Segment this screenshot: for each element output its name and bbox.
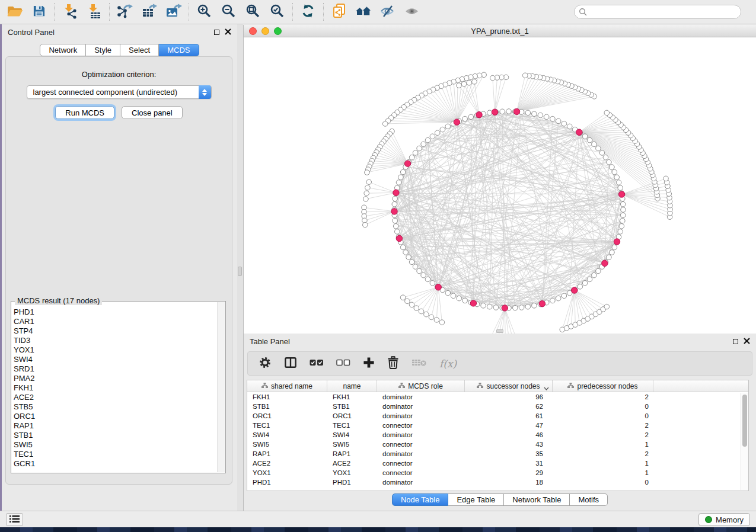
network-node[interactable]	[365, 170, 370, 175]
network-node[interactable]	[363, 197, 369, 202]
search-input[interactable]	[574, 5, 741, 19]
table-cell[interactable]: 0	[553, 403, 653, 410]
tab-style[interactable]: Style	[86, 44, 120, 56]
table-cell[interactable]: ORC1	[327, 412, 377, 419]
network-node[interactable]	[363, 222, 368, 227]
network-node[interactable]	[487, 110, 492, 116]
network-window-titlebar[interactable]: YPA_prune.txt_1	[244, 25, 756, 37]
network-node[interactable]	[414, 306, 419, 311]
network-node[interactable]	[430, 134, 435, 139]
export-image-button[interactable]	[161, 2, 186, 22]
table-cell[interactable]: 43	[465, 441, 553, 448]
task-history-button[interactable]	[6, 513, 23, 526]
table-cell[interactable]: dominator	[377, 403, 465, 410]
table-cell[interactable]: dominator	[377, 450, 465, 457]
table-cell[interactable]: SWI4	[247, 431, 327, 438]
mcds-dominator-node[interactable]	[470, 300, 476, 306]
table-cell[interactable]: 0	[553, 479, 653, 486]
splitter-grip[interactable]	[238, 267, 242, 276]
tab-network[interactable]: Network	[40, 44, 86, 56]
table-cell[interactable]: YOX1	[247, 469, 327, 476]
network-node[interactable]	[582, 134, 588, 139]
table-cell[interactable]: 2	[553, 431, 653, 438]
table-cell[interactable]: 1	[553, 469, 653, 476]
network-node[interactable]	[393, 224, 398, 229]
table-cell[interactable]: TEC1	[327, 422, 377, 429]
network-node[interactable]	[445, 290, 451, 296]
deselect-all-button[interactable]	[336, 359, 350, 368]
network-node[interactable]	[556, 296, 561, 301]
network-node[interactable]	[392, 201, 397, 207]
network-node[interactable]	[400, 245, 406, 250]
mcds-dominator-node[interactable]	[576, 129, 582, 135]
table-cell[interactable]: connector	[377, 422, 465, 429]
mcds-dominator-node[interactable]	[614, 239, 620, 245]
mcds-result-item[interactable]: TID3	[14, 336, 217, 345]
network-node[interactable]	[620, 201, 626, 207]
table-cell[interactable]: dominator	[377, 393, 465, 400]
network-node[interactable]	[424, 312, 429, 317]
network-node[interactable]	[562, 293, 567, 299]
delete-column-button[interactable]	[387, 356, 399, 371]
network-node[interactable]	[451, 293, 456, 299]
table-row[interactable]: SWI5SWI5connector431	[247, 440, 748, 449]
table-row[interactable]: ACE2ACE2connector311	[247, 459, 748, 468]
network-node[interactable]	[396, 180, 401, 185]
mcds-dominator-node[interactable]	[539, 301, 545, 307]
float-table-panel-icon[interactable]	[733, 339, 738, 344]
network-node[interactable]	[522, 73, 528, 78]
mcds-result-item[interactable]: STP4	[14, 326, 217, 336]
mcds-result-item[interactable]: YOX1	[14, 345, 217, 355]
network-node[interactable]	[616, 180, 621, 185]
network-node[interactable]	[592, 273, 597, 278]
network-node[interactable]	[417, 146, 422, 151]
memory-button[interactable]: Memory	[698, 513, 750, 526]
network-node[interactable]	[618, 229, 623, 235]
network-node[interactable]	[612, 245, 617, 250]
horizontal-splitter-grip[interactable]	[496, 329, 503, 333]
network-node[interactable]	[457, 83, 462, 88]
mcds-dominator-node[interactable]	[602, 260, 608, 266]
column-header[interactable]: shared name	[247, 380, 327, 392]
network-node[interactable]	[500, 109, 505, 114]
table-cell[interactable]: 2	[553, 393, 653, 400]
zoom-in-button[interactable]	[192, 2, 216, 22]
refresh-button[interactable]	[296, 2, 320, 22]
first-neighbors-button[interactable]	[351, 2, 375, 22]
zoom-out-button[interactable]	[216, 2, 241, 22]
table-scrollbar-thumb[interactable]	[742, 395, 747, 447]
table-cell[interactable]: 18	[465, 479, 553, 486]
table-settings-button[interactable]	[259, 356, 272, 371]
table-cell[interactable]: PHD1	[247, 479, 327, 486]
network-node[interactable]	[587, 277, 592, 282]
table-cell[interactable]: connector	[377, 469, 465, 476]
network-node[interactable]	[409, 259, 414, 265]
tab-network-table[interactable]: Network Table	[504, 493, 570, 506]
network-node[interactable]	[439, 320, 445, 325]
table-cell[interactable]: ORC1	[247, 412, 327, 419]
network-node[interactable]	[400, 295, 406, 300]
mcds-result-item[interactable]: SRD1	[14, 364, 217, 374]
table-row[interactable]: TEC1TEC1connector472	[247, 421, 748, 430]
vertical-splitter[interactable]	[237, 24, 243, 511]
network-node[interactable]	[487, 304, 492, 309]
network-node[interactable]	[393, 196, 398, 201]
network-node[interactable]	[462, 116, 468, 121]
show-columns-button[interactable]	[284, 357, 297, 370]
network-node[interactable]	[519, 305, 524, 310]
table-row[interactable]: ORC1ORC1dominator610	[247, 411, 748, 421]
network-node[interactable]	[620, 218, 626, 223]
mcds-dominator-node[interactable]	[618, 191, 624, 197]
network-node[interactable]	[364, 191, 369, 196]
network-node[interactable]	[612, 169, 617, 175]
mcds-dominator-node[interactable]	[435, 284, 441, 290]
network-node[interactable]	[596, 268, 601, 274]
mcds-dominator-node[interactable]	[393, 190, 399, 196]
table-cell[interactable]: RAP1	[327, 450, 377, 457]
table-cell[interactable]: SWI4	[327, 431, 377, 438]
network-node[interactable]	[532, 303, 537, 309]
network-node[interactable]	[425, 277, 430, 282]
mcds-result-item[interactable]: ORC1	[14, 412, 217, 421]
column-header[interactable]: successor nodes	[465, 380, 553, 392]
network-node[interactable]	[607, 159, 612, 165]
